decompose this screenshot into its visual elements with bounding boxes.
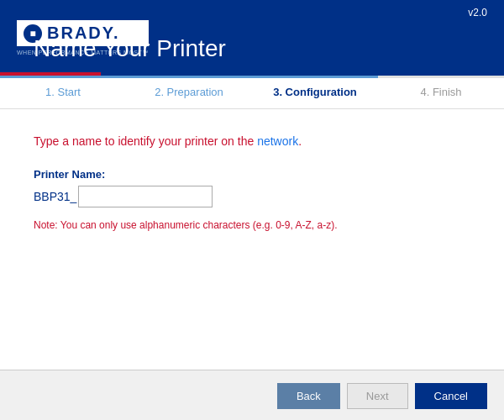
footer: Back Next Cancel <box>0 370 504 420</box>
printer-name-input[interactable] <box>78 186 213 207</box>
main-content: Type a name to identify your printer on … <box>0 109 504 370</box>
header: ■ BRADY. WHEN PERFORMANCE MATTERS MOST™ … <box>0 0 504 76</box>
version-label: v2.0 <box>468 7 487 18</box>
back-button[interactable]: Back <box>277 383 340 409</box>
steps-bar: 1. Start 2. Preparation 3. Configuration… <box>0 76 504 109</box>
instruction-text: Type a name to identify your printer on … <box>34 134 470 148</box>
step-1: 1. Start <box>0 77 126 107</box>
cancel-button[interactable]: Cancel <box>415 383 487 409</box>
input-row: BBP31_ <box>34 186 470 207</box>
next-button[interactable]: Next <box>347 383 408 409</box>
field-label: Printer Name: <box>34 168 470 181</box>
step-2: 2. Preparation <box>126 77 252 107</box>
page-title: Name Your Printer <box>17 35 243 62</box>
step-3: 3. Configuration <box>252 77 378 107</box>
note-text: Note: You can only use alphanumeric char… <box>34 219 470 231</box>
step-4: 4. Finish <box>378 77 504 107</box>
prefix-text: BBP31_ <box>34 190 76 203</box>
